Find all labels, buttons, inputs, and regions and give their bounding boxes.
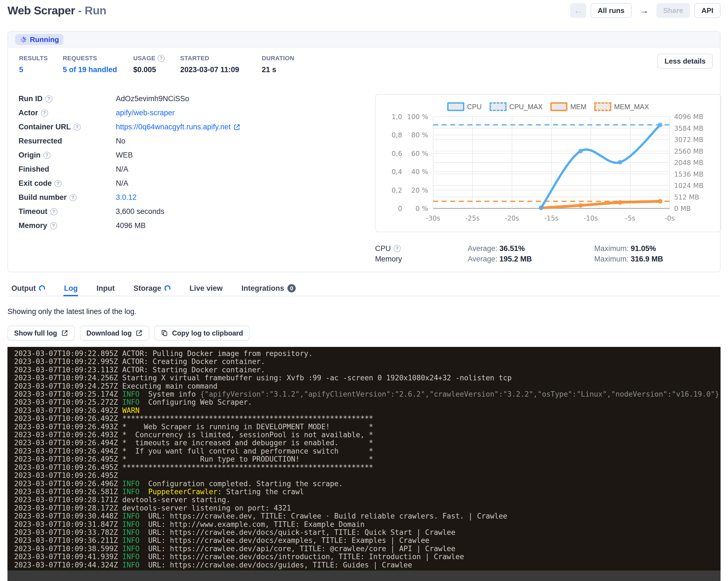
log-timestamp: 2023-03-07T10:09:38.599Z (14, 545, 118, 553)
detail-label: Build number (19, 193, 116, 202)
detail-value: apify/web-scraper (116, 109, 365, 117)
svg-text:100 %: 100 % (407, 113, 428, 121)
detail-label: Exit code (19, 179, 116, 188)
average-value: 36.51% (499, 244, 525, 253)
log-segment: INFO (122, 390, 139, 398)
help-icon[interactable] (50, 208, 57, 215)
log-line: 2023-03-07T10:09:26.493Z * Concurrency i… (14, 431, 721, 439)
legend-label: MEM_MAX (614, 103, 649, 111)
log-segment: URL: https://crawlee.dev, TITLE: Crawlee… (139, 512, 508, 520)
detail-label: Run ID (19, 95, 116, 103)
tab-label: Live view (189, 284, 223, 293)
log-line: 2023-03-07T10:09:24.257Z Executing main … (14, 382, 721, 390)
svg-text:-30s: -30s (426, 214, 440, 222)
metrics-summary: CPUAverage: 36.51%Maximum: 91.05%MemoryA… (375, 243, 721, 264)
tab-label: Input (97, 284, 115, 293)
tab-integrations[interactable]: Integrations0 (241, 278, 296, 296)
log-line: 2023-03-07T10:09:31.847Z INFO URL: http:… (14, 521, 721, 528)
next-run-button[interactable]: → (636, 3, 652, 18)
tab-log[interactable]: Log (63, 278, 78, 296)
log-segment: * Web Scraper is running in DEVELOPMENT … (118, 423, 373, 431)
svg-text:-10s: -10s (584, 214, 598, 222)
help-icon[interactable] (50, 222, 57, 230)
log-segment (118, 406, 123, 415)
log-timestamp: 2023-03-07T10:09:26.495Z (14, 463, 118, 472)
detail-value: AdOz5evimh9NCiSSo (116, 95, 365, 103)
legend-label: CPU (467, 103, 482, 111)
legend-swatch-cpu_max (490, 102, 506, 111)
detail-link[interactable]: 3.0.12 (116, 193, 136, 202)
tab-label: Integrations (241, 284, 284, 293)
log-line: 2023-03-07T10:09:22.895Z ACTOR: Pulling … (14, 350, 721, 358)
log-segment: ACTOR: Creating Docker container. (118, 358, 265, 366)
log-segment: Executing main command (118, 382, 217, 390)
log-timestamp: 2023-03-07T10:09:28.172Z (14, 504, 118, 512)
stat-value[interactable]: 5 of 19 handled (63, 65, 133, 74)
detail-label: Timeout (19, 207, 116, 216)
detail-value: No (116, 137, 365, 146)
help-icon[interactable] (41, 109, 48, 117)
external-link-icon (61, 329, 68, 337)
svg-text:3072 MB: 3072 MB (674, 136, 703, 144)
download-log-button[interactable]: Download log (80, 325, 150, 341)
detail-label: Resurrected (19, 137, 116, 146)
legend-item-cpu_max[interactable]: CPU_MAX (490, 102, 543, 111)
all-runs-button[interactable]: All runs (591, 3, 632, 18)
count-badge: 0 (287, 284, 296, 292)
tab-label: Output (11, 284, 36, 293)
detail-link[interactable]: https://0q64wnacgyft.runs.apify.net (116, 123, 231, 131)
svg-text:80 %: 80 % (411, 131, 428, 139)
log-segment: Configuring Web Scraper. (139, 398, 252, 406)
copy-log-to-clipboard-button[interactable]: Copy log to clipboard (154, 325, 250, 341)
tab-storage[interactable]: Storage (133, 278, 171, 296)
detail-value: N/A (116, 179, 365, 188)
log-terminal[interactable]: 2023-03-07T10:09:22.895Z ACTOR: Pulling … (7, 347, 721, 581)
help-icon[interactable] (54, 180, 62, 187)
log-line: 2023-03-07T10:09:26.494Z * timeouts are … (14, 439, 721, 447)
tab-output[interactable]: Output (11, 278, 46, 296)
svg-text:0,8: 0,8 (392, 131, 402, 139)
show-full-log-button[interactable]: Show full log (7, 325, 75, 341)
summary-label: Memory (375, 255, 468, 263)
help-icon[interactable] (74, 124, 81, 131)
stat-label: DURATION (262, 55, 294, 62)
detail-value: 3,600 seconds (116, 207, 365, 216)
share-button[interactable]: Share (656, 3, 690, 18)
log-segment (118, 512, 123, 520)
stat-requests: REQUESTS5 of 19 handled (63, 55, 133, 74)
stat-results: RESULTS5 (19, 55, 63, 74)
maximum-key: Maximum: (594, 244, 631, 253)
help-icon[interactable] (69, 194, 77, 201)
button-label: Download log (86, 329, 132, 337)
help-icon[interactable] (158, 55, 165, 62)
copy-icon (161, 329, 168, 337)
log-timestamp: 2023-03-07T10:09:26.494Z (14, 447, 118, 455)
previous-run-button[interactable]: ← (570, 3, 586, 18)
log-timestamp: 2023-03-07T10:09:24.256Z (14, 374, 118, 382)
summary-label-text: Memory (375, 255, 402, 263)
svg-text:1024 MB: 1024 MB (674, 182, 703, 190)
help-icon[interactable] (45, 95, 53, 103)
log-segment: System info (139, 390, 200, 398)
log-segment: ****************************************… (118, 463, 373, 472)
stat-value[interactable]: 5 (19, 65, 63, 74)
help-icon[interactable] (44, 152, 51, 159)
log-timestamp: 2023-03-07T10:09:30.448Z (14, 512, 118, 520)
less-details-button[interactable]: Less details (657, 54, 713, 69)
detail-label-text: Origin (19, 151, 41, 159)
svg-text:60 %: 60 % (411, 150, 428, 158)
legend-item-cpu[interactable]: CPU (447, 102, 482, 111)
tab-input[interactable]: Input (96, 278, 115, 296)
detail-link[interactable]: apify/web-scraper (116, 109, 175, 117)
horizontal-scrollbar[interactable] (7, 571, 721, 581)
summary-average: Average: 195.2 MB (468, 255, 594, 263)
legend-item-mem_max[interactable]: MEM_MAX (594, 102, 649, 111)
log-segment: INFO (122, 528, 139, 536)
average-value: 195.2 MB (499, 255, 532, 263)
tab-live-view[interactable]: Live view (189, 278, 223, 296)
run-details: Run IDAdOz5evimh9NCiSSoActorapify/web-sc… (19, 92, 365, 233)
legend-item-mem[interactable]: MEM (550, 102, 586, 111)
help-icon[interactable] (394, 245, 401, 252)
svg-text:3584 MB: 3584 MB (674, 125, 703, 132)
api-button[interactable]: API (694, 3, 721, 18)
